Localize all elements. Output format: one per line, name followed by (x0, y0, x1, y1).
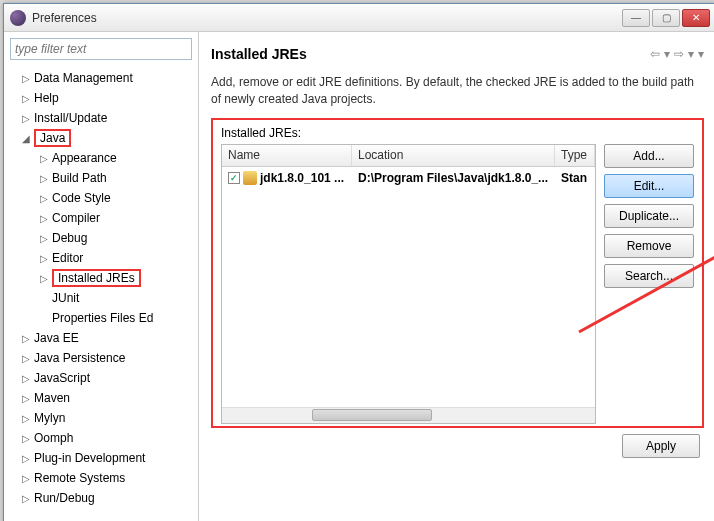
tree-item[interactable]: ◢Java (4, 128, 198, 148)
tree-item-label: Data Management (34, 71, 133, 85)
page-title: Installed JREs (211, 46, 650, 62)
expand-icon[interactable]: ▷ (22, 433, 34, 444)
jre-location: D:\Program Files\Java\jdk1.8.0_... (352, 169, 555, 187)
expand-icon[interactable]: ▷ (40, 173, 52, 184)
tree-item-label: Java Persistence (34, 351, 125, 365)
edit-button[interactable]: Edit... (604, 174, 694, 198)
expand-icon[interactable]: ▷ (40, 233, 52, 244)
column-type[interactable]: Type (555, 145, 595, 166)
tree-item-label: Maven (34, 391, 70, 405)
checkbox[interactable]: ✓ (228, 172, 240, 184)
tree-item[interactable]: ▷Appearance (4, 148, 198, 168)
jre-table[interactable]: Name Location Type ✓jdk1.8.0_101 ...D:\P… (221, 144, 596, 424)
tree-item-label: Java (34, 129, 71, 147)
expand-icon[interactable]: ▷ (22, 453, 34, 464)
tree-item[interactable]: ▷Debug (4, 228, 198, 248)
window-title: Preferences (32, 11, 622, 25)
eclipse-icon (10, 10, 26, 26)
apply-button[interactable]: Apply (622, 434, 700, 458)
back-menu-icon[interactable]: ▾ (664, 47, 670, 61)
expand-icon[interactable]: ▷ (22, 393, 34, 404)
expand-icon[interactable]: ▷ (40, 273, 52, 284)
tree-item-label: Install/Update (34, 111, 107, 125)
add-button[interactable]: Add... (604, 144, 694, 168)
tree-item[interactable]: ▷JavaScript (4, 368, 198, 388)
tree-item[interactable]: ▷Install/Update (4, 108, 198, 128)
jre-icon (243, 171, 257, 185)
preferences-window: Preferences — ▢ ✕ ▷Data Management▷Help▷… (3, 3, 714, 521)
preferences-tree[interactable]: ▷Data Management▷Help▷Install/Update◢Jav… (4, 66, 198, 521)
forward-menu-icon[interactable]: ▾ (688, 47, 694, 61)
tree-item[interactable]: ▷Maven (4, 388, 198, 408)
titlebar[interactable]: Preferences — ▢ ✕ (4, 4, 714, 32)
expand-icon[interactable]: ▷ (22, 373, 34, 384)
expand-icon[interactable]: ◢ (22, 133, 34, 144)
tree-item[interactable]: ▷Java Persistence (4, 348, 198, 368)
tree-item[interactable]: JUnit (4, 288, 198, 308)
jre-list-label: Installed JREs: (221, 126, 694, 140)
tree-item-label: Editor (52, 251, 83, 265)
expand-icon[interactable]: ▷ (40, 153, 52, 164)
tree-item[interactable]: ▷Help (4, 88, 198, 108)
view-menu-icon[interactable]: ▾ (698, 47, 704, 61)
tree-item[interactable]: ▷Data Management (4, 68, 198, 88)
jre-type: Stan (555, 169, 595, 187)
filter-input[interactable] (10, 38, 192, 60)
expand-icon[interactable]: ▷ (22, 353, 34, 364)
tree-item-label: Java EE (34, 331, 79, 345)
tree-item-label: Plug-in Development (34, 451, 145, 465)
jre-section: Installed JREs: Name Location Type ✓jdk1… (211, 118, 704, 428)
remove-button[interactable]: Remove (604, 234, 694, 258)
search-button[interactable]: Search... (604, 264, 694, 288)
expand-icon[interactable]: ▷ (40, 193, 52, 204)
duplicate-button[interactable]: Duplicate... (604, 204, 694, 228)
page-description: Add, remove or edit JRE definitions. By … (211, 74, 704, 108)
tree-item-label: Oomph (34, 431, 73, 445)
column-name[interactable]: Name (222, 145, 352, 166)
forward-icon[interactable]: ⇨ (674, 47, 684, 61)
table-row[interactable]: ✓jdk1.8.0_101 ...D:\Program Files\Java\j… (222, 167, 595, 189)
tree-item-label: JavaScript (34, 371, 90, 385)
close-button[interactable]: ✕ (682, 9, 710, 27)
jre-name: jdk1.8.0_101 ... (260, 171, 344, 185)
tree-item-label: Help (34, 91, 59, 105)
tree-item-label: Appearance (52, 151, 117, 165)
tree-item-label: Build Path (52, 171, 107, 185)
tree-item-label: Code Style (52, 191, 111, 205)
expand-icon[interactable]: ▷ (22, 473, 34, 484)
expand-icon[interactable]: ▷ (22, 413, 34, 424)
tree-item[interactable]: Properties Files Ed (4, 308, 198, 328)
content-panel: Installed JREs ⇦ ▾ ⇨ ▾ ▾ Add, remove or … (199, 32, 714, 521)
tree-item-label: Installed JREs (52, 269, 141, 287)
tree-item-label: Run/Debug (34, 491, 95, 505)
expand-icon[interactable]: ▷ (22, 93, 34, 104)
minimize-button[interactable]: — (622, 9, 650, 27)
expand-icon[interactable]: ▷ (40, 253, 52, 264)
sidebar: ▷Data Management▷Help▷Install/Update◢Jav… (4, 32, 199, 521)
tree-item[interactable]: ▷Code Style (4, 188, 198, 208)
horizontal-scrollbar[interactable] (222, 407, 595, 423)
maximize-button[interactable]: ▢ (652, 9, 680, 27)
back-icon[interactable]: ⇦ (650, 47, 660, 61)
expand-icon[interactable]: ▷ (22, 113, 34, 124)
tree-item[interactable]: ▷Build Path (4, 168, 198, 188)
tree-item[interactable]: ▷Editor (4, 248, 198, 268)
expand-icon[interactable]: ▷ (22, 333, 34, 344)
tree-item-label: Properties Files Ed (52, 311, 153, 325)
column-location[interactable]: Location (352, 145, 555, 166)
tree-item[interactable]: ▷Compiler (4, 208, 198, 228)
expand-icon[interactable]: ▷ (22, 73, 34, 84)
tree-item-label: Compiler (52, 211, 100, 225)
tree-item[interactable]: ▷Plug-in Development (4, 448, 198, 468)
expand-icon[interactable]: ▷ (22, 493, 34, 504)
tree-item-label: JUnit (52, 291, 79, 305)
expand-icon[interactable]: ▷ (40, 213, 52, 224)
tree-item[interactable]: ▷Java EE (4, 328, 198, 348)
tree-item[interactable]: ▷Installed JREs (4, 268, 198, 288)
tree-item[interactable]: ▷Run/Debug (4, 488, 198, 508)
tree-item[interactable]: ▷Remote Systems (4, 468, 198, 488)
tree-item-label: Mylyn (34, 411, 65, 425)
tree-item[interactable]: ▷Mylyn (4, 408, 198, 428)
tree-item-label: Remote Systems (34, 471, 125, 485)
tree-item[interactable]: ▷Oomph (4, 428, 198, 448)
